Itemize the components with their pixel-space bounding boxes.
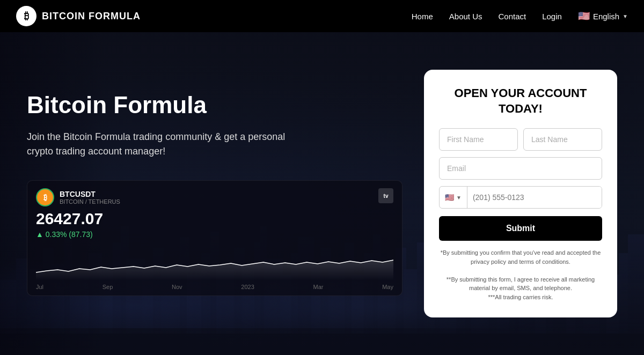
nav-login[interactable]: Login (542, 12, 562, 21)
disclaimer-3: ***All trading carries risk. (488, 294, 553, 300)
hero-title: Bitcoin Formula (27, 91, 402, 120)
disclaimer-2: **By submitting this form, I agree to re… (447, 276, 595, 292)
phone-row: 🇺🇸 ▼ (439, 186, 602, 209)
registration-form: OPEN YOUR ACCOUNT TODAY! 🇺🇸 ▼ Submit *By… (424, 70, 617, 317)
nav-contact[interactable]: Contact (498, 12, 526, 21)
last-name-input[interactable] (523, 128, 602, 151)
date-mar: Mar (313, 284, 324, 290)
chart-area (36, 243, 393, 280)
hero-left: Bitcoin Formula Join the Bitcoin Formula… (27, 91, 402, 297)
symbol-name: BTCUSDT (60, 190, 120, 198)
chart-dates: Jul Sep Nov 2023 Mar May (36, 284, 393, 290)
hero-section: Bitcoin Formula Join the Bitcoin Formula… (0, 32, 644, 355)
language-selector[interactable]: 🇺🇸 English ▼ (578, 10, 628, 22)
logo-icon: ₿ (16, 6, 36, 26)
nav-home[interactable]: Home (412, 12, 433, 21)
chart-header: ₿ BTCUSDT BITCOIN / TETHERUS tv (36, 188, 393, 206)
submit-button[interactable]: Submit (439, 216, 602, 241)
nav-links: Home About Us Contact Login 🇺🇸 English ▼ (412, 10, 628, 22)
phone-chevron-icon: ▼ (456, 195, 462, 201)
symbol-full: BITCOIN / TETHERUS (60, 198, 120, 205)
hero-subtitle: Join the Bitcoin Formula trading communi… (27, 130, 295, 159)
chevron-down-icon: ▼ (623, 13, 628, 19)
logo-text: BITCOIN FORMULA (42, 11, 141, 22)
flag-icon: 🇺🇸 (578, 10, 590, 22)
date-nov: Nov (172, 284, 182, 290)
first-name-input[interactable] (439, 128, 518, 151)
phone-input[interactable] (467, 187, 602, 208)
chart-svg (36, 243, 393, 280)
btc-icon: ₿ (36, 188, 54, 206)
disclaimer-1: *By submitting you confirm that you've r… (441, 249, 601, 265)
chart-symbol-info: BTCUSDT BITCOIN / TETHERUS (60, 190, 120, 205)
phone-flag-selector[interactable]: 🇺🇸 ▼ (440, 187, 467, 208)
logo[interactable]: ₿ BITCOIN FORMULA (16, 6, 141, 26)
date-sep: Sep (103, 284, 113, 290)
lang-label: English (593, 12, 619, 21)
nav-about[interactable]: About Us (449, 12, 482, 21)
chart-change: ▲ 0.33% (87.73) (36, 230, 393, 239)
email-input[interactable] (439, 157, 602, 180)
date-2023: 2023 (241, 284, 254, 290)
chart-price: 26427.07 (36, 210, 393, 228)
chart-symbol-wrap: ₿ BTCUSDT BITCOIN / TETHERUS (36, 188, 120, 206)
hero-content: Bitcoin Formula Join the Bitcoin Formula… (0, 70, 644, 317)
chart-widget: ₿ BTCUSDT BITCOIN / TETHERUS tv 26427.07… (27, 180, 402, 296)
phone-flag-icon: 🇺🇸 (445, 193, 454, 202)
date-may: May (382, 284, 393, 290)
date-jul: Jul (36, 284, 43, 290)
name-row (439, 128, 602, 151)
form-disclaimer: *By submitting you confirm that you've r… (439, 248, 602, 301)
logo-symbol: ₿ (24, 11, 29, 22)
form-title: OPEN YOUR ACCOUNT TODAY! (439, 86, 602, 116)
navbar: ₿ BITCOIN FORMULA Home About Us Contact … (0, 0, 644, 32)
tv-badge: tv (378, 188, 393, 203)
